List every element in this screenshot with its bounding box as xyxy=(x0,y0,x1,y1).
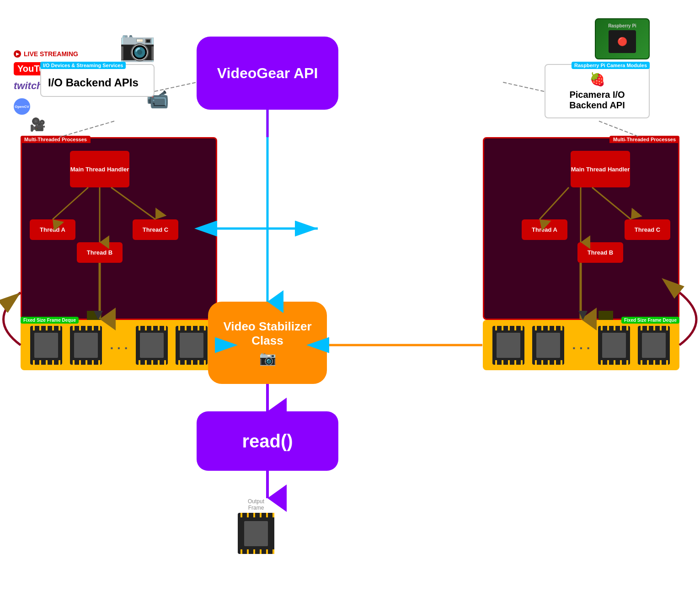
videogear-api-box: VideoGear API xyxy=(197,37,338,110)
film-frame-2 xyxy=(70,326,102,365)
mt-label-left: Multi-Threaded Processes xyxy=(21,136,91,143)
fsfd-label-left: Fixed Size Frame Deque xyxy=(21,317,79,324)
thread-a-left: Thread A xyxy=(30,219,75,240)
camera-emoji: 📷 xyxy=(208,350,327,366)
output-label: OutputFrame xyxy=(248,498,264,511)
live-streaming-badge: ▶ LIVE STREAMING xyxy=(14,50,78,58)
film-frame-4 xyxy=(176,326,208,365)
dots-right: . . . xyxy=(572,338,590,352)
picamera-section-label: Raspberry Pi Camera Modules xyxy=(572,62,650,69)
io-backend-section-label: I/O Devices & Streaming Services xyxy=(40,62,126,69)
io-backend-title: I/O Backend APIs xyxy=(48,76,147,89)
svg-line-25 xyxy=(599,121,640,137)
mt-label-right: Multi-Threaded Processes xyxy=(609,136,679,143)
opencv-icon: OpenCV xyxy=(14,98,30,115)
strip-arrow-right xyxy=(598,311,613,320)
film-frame-r4 xyxy=(638,326,670,365)
video-stabilizer-box: Video Stabilizer Class 📷 xyxy=(208,302,327,384)
live-dot: ▶ xyxy=(14,50,21,58)
read-box: read() xyxy=(197,411,338,471)
thread-a-right: Thread A xyxy=(522,219,567,240)
svg-line-24 xyxy=(59,121,114,137)
film-frame-r3 xyxy=(598,326,630,365)
thread-c-right: Thread C xyxy=(625,219,670,240)
picamera-box: 🍓 Picamera I/O Backend API xyxy=(545,64,650,118)
videogear-api-label: VideoGear API xyxy=(217,65,318,82)
film-frame-1 xyxy=(30,326,62,365)
dots-left: . . . xyxy=(110,338,128,352)
film-frame-3 xyxy=(136,326,168,365)
main-container: ▶ LIVE STREAMING YouTube twitch OpenCV 📷… xyxy=(0,0,700,612)
frame-strip-right: . . . xyxy=(483,320,679,370)
film-frame-r1 xyxy=(492,326,524,365)
svg-line-27 xyxy=(503,82,544,91)
picamera-title: Picamera I/O Backend API xyxy=(552,90,642,111)
fsfd-label-right: Fixed Size Frame Deque xyxy=(621,317,679,324)
frame-strip-left: . . . xyxy=(21,320,217,370)
live-streaming-text: LIVE STREAMING xyxy=(24,50,78,58)
read-label: read() xyxy=(242,431,293,452)
rpi-module: Raspberry Pi 🔴 xyxy=(595,18,650,59)
strip-arrow-left xyxy=(87,311,102,320)
thread-b-right: Thread B xyxy=(577,242,623,263)
film-frame-r2 xyxy=(532,326,564,365)
main-thread-handler-left: Main Thread Handler xyxy=(70,151,129,187)
thread-c-left: Thread C xyxy=(133,219,178,240)
thread-b-left: Thread B xyxy=(77,242,123,263)
video-stab-label: Video Stabilizer Class xyxy=(208,319,327,348)
webcam-icon: 🎥 xyxy=(30,117,46,132)
output-film-frame xyxy=(238,513,274,554)
main-thread-handler-right: Main Thread Handler xyxy=(571,151,630,187)
output-frame-area: OutputFrame xyxy=(238,498,274,554)
